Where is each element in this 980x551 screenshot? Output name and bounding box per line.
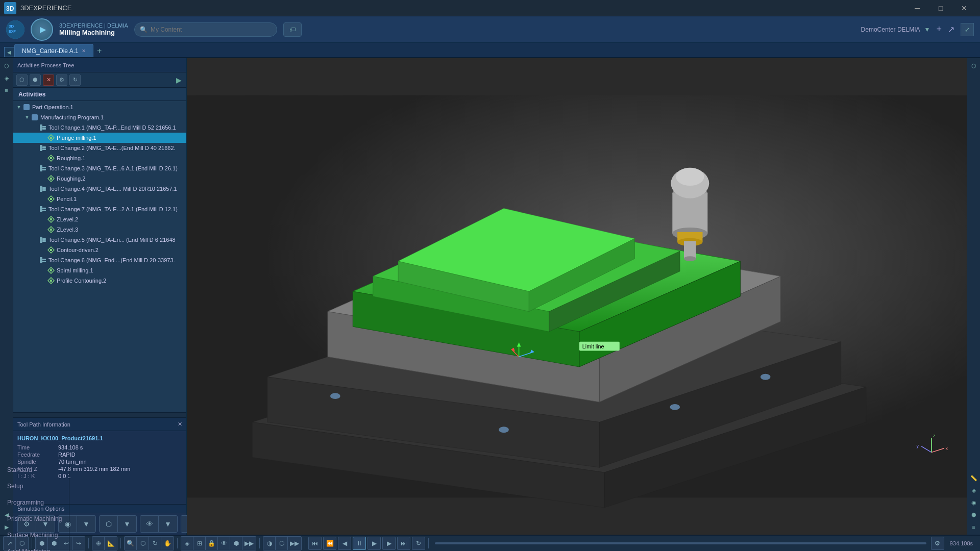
search-bar[interactable]: 🔍 [134, 22, 277, 37]
btool-fwd-end[interactable]: ⏭ [397, 537, 410, 550]
search-input[interactable] [151, 26, 272, 33]
close-button[interactable]: ✕ [952, 0, 976, 16]
expand-button[interactable]: ⤢ [961, 23, 974, 36]
maximize-button[interactable]: □ [929, 0, 952, 16]
svg-rect-18 [42, 167, 46, 168]
btool-material[interactable]: ⬡ [276, 537, 288, 550]
btool-rotate[interactable]: ↻ [149, 537, 161, 550]
tree-item-18[interactable]: Profile Contouring.2 [13, 276, 186, 286]
ptool-1[interactable]: ⬡ [16, 74, 28, 86]
bottom-tab-programming[interactable]: Programming [0, 494, 69, 511]
btool-back-start[interactable]: ⏮ [308, 537, 322, 550]
bottom-tab-standard[interactable]: Standard [0, 462, 69, 478]
tree-item-7[interactable]: Tool Change.3 (NMG_TA-E...6 A.1 (End Mil… [13, 163, 186, 173]
btool-more2[interactable]: ▶▶ [288, 537, 301, 550]
btool-shader[interactable]: ◑ [263, 537, 276, 550]
collapse-button[interactable]: ◀ [4, 47, 14, 57]
btool-redo[interactable]: ↪ [72, 537, 85, 550]
sim-btn-6[interactable]: ▼ [118, 516, 136, 532]
tree-horizontal-scrollbar[interactable] [13, 412, 186, 417]
tree-item-6[interactable]: Roughing.1 [13, 153, 186, 163]
tree-item-4[interactable]: Plunge milling.1 [13, 133, 186, 143]
tree-toggle[interactable]: ▼ [15, 105, 22, 110]
tree-item-14[interactable]: Tool Change.5 (NMG_TA-En... (End Mill D … [13, 235, 186, 245]
tree-item-text: Roughing.1 [57, 155, 85, 161]
btool-cube[interactable]: ⬡ [137, 537, 149, 550]
sim-btn-8[interactable]: ▼ [159, 516, 177, 532]
tree-item-1[interactable]: ▼Part Operation.1 [13, 102, 186, 112]
left-icon-1[interactable]: ⬡ [1, 60, 12, 71]
file-tab[interactable]: NMG_Carter-Die A.1 ✕ [14, 44, 93, 57]
tree-item-2[interactable]: ▼Manufacturing Program.1 [13, 112, 186, 122]
viewport[interactable]: Limit line x y z [187, 58, 967, 535]
tree-item-10[interactable]: Pencil.1 [13, 194, 186, 204]
ptool-remove[interactable]: ✕ [43, 74, 54, 86]
right-icon-5[interactable]: ≡ [968, 521, 979, 533]
left-icon-2[interactable]: ◈ [1, 72, 12, 84]
tree-item-16[interactable]: Tool Change.6 (NMG_End ...(End Mill D 20… [13, 255, 186, 265]
tree-item-12[interactable]: ZLevel.2 [13, 214, 186, 224]
toolpath-close-button[interactable]: ✕ [178, 421, 182, 428]
user-dropdown-icon[interactable]: ▼ [924, 26, 930, 33]
right-icon-1[interactable]: ⬡ [968, 60, 979, 71]
tree-item-17[interactable]: Spiral milling.1 [13, 265, 186, 276]
right-icon-3[interactable]: ◉ [968, 497, 979, 508]
btool-zoom[interactable]: 🔍 [125, 537, 137, 550]
btool-play[interactable]: ▶ [368, 537, 381, 550]
new-tab-button[interactable]: + [93, 45, 106, 57]
btool-pause[interactable]: ⏸ [353, 537, 366, 550]
sim-btn-7[interactable]: 👁 [140, 516, 159, 532]
svg-rect-24 [42, 189, 46, 191]
sim-btn-5[interactable]: ⬡ [100, 516, 118, 532]
btool-repeat[interactable]: ↻ [412, 537, 425, 550]
btool-measure[interactable]: 📐 [105, 537, 117, 550]
window-controls[interactable]: ─ □ ✕ [905, 0, 976, 16]
btool-back[interactable]: ⏪ [323, 537, 336, 550]
bottom-tab-prismatic-machining[interactable]: Prismatic Machining [0, 511, 69, 527]
tree-item-5[interactable]: Tool Change.2 (NMG_TA-E...(End Mill D 40… [13, 143, 186, 153]
btool-more[interactable]: ▶▶ [242, 537, 256, 550]
btool-step-back[interactable]: ◀ [338, 537, 351, 550]
bottom-tab-setup[interactable]: Setup [0, 478, 69, 494]
add-button[interactable]: + [936, 24, 942, 35]
tree[interactable]: ▼Part Operation.1▼Manufacturing Program.… [13, 101, 186, 412]
btool-eye[interactable]: 👁 [218, 537, 230, 550]
sim-btn-4[interactable]: ▼ [77, 516, 95, 532]
right-icon-4[interactable]: ⬢ [968, 509, 979, 520]
tree-item-11[interactable]: Tool Change.7 (NMG_TA-E...2 A.1 (End Mil… [13, 204, 186, 214]
bottom-tab-surface-machining[interactable]: Surface Machining [0, 527, 69, 543]
playback-time: 934.108s [946, 540, 977, 546]
btool-pan[interactable]: ✋ [161, 537, 174, 550]
ptool-3[interactable]: ⚙ [56, 74, 67, 86]
btool-snap[interactable]: ◈ [181, 537, 193, 550]
btool-lock[interactable]: 🔒 [206, 537, 218, 550]
bookmark-button[interactable]: 🏷 [283, 22, 302, 37]
svg-rect-6 [32, 114, 38, 120]
tree-item-text: Tool Change.6 (NMG_End ...(End Mill D 20… [48, 257, 175, 263]
bottom-tab-axial-machining[interactable]: Axial Machining [0, 543, 69, 552]
tree-item-3[interactable]: Tool Change.1 (NMG_TA-P...End Mill D 52 … [13, 122, 186, 133]
tree-toggle[interactable]: ▼ [23, 115, 31, 120]
btool-transform[interactable]: ⊕ [92, 537, 105, 550]
play-button[interactable] [31, 18, 53, 41]
btool-grid[interactable]: ⊞ [193, 537, 206, 550]
right-icon-2[interactable]: ◈ [968, 485, 979, 496]
right-icon-measure[interactable]: 📏 [968, 472, 979, 484]
left-icon-3[interactable]: ≡ [1, 85, 12, 96]
tree-item-icon [39, 185, 47, 193]
tree-item-9[interactable]: Tool Change.4 (NMG_TA-E... Mill D 20R10 … [13, 184, 186, 194]
tree-item-8[interactable]: Roughing.2 [13, 173, 186, 184]
minimize-button[interactable]: ─ [905, 0, 929, 16]
ptool-more[interactable]: ▶ [174, 74, 183, 86]
share-button[interactable]: ↗ [948, 24, 954, 34]
btool-box[interactable]: ⬢ [230, 537, 242, 550]
btool-step-fwd[interactable]: ▶ [382, 537, 396, 550]
ptool-2[interactable]: ⬢ [30, 74, 41, 86]
tree-item-13[interactable]: ZLevel.3 [13, 224, 186, 235]
tree-item-text: ZLevel.3 [57, 227, 78, 233]
playback-slider[interactable] [435, 542, 926, 544]
ptool-4[interactable]: ↻ [69, 74, 81, 86]
btool-settings[interactable]: ⚙ [931, 537, 944, 550]
tree-item-15[interactable]: Contour-driven.2 [13, 245, 186, 255]
tab-close-button[interactable]: ✕ [82, 48, 86, 54]
